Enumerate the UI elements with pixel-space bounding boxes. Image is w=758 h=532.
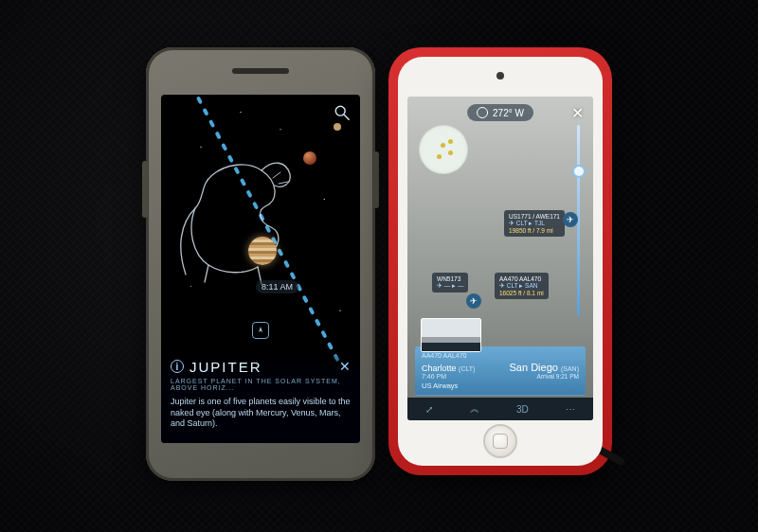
flight-callsign: WN5173 <box>437 275 463 282</box>
radar-blip <box>448 151 453 155</box>
compass-heading[interactable]: 272° W <box>467 104 533 121</box>
arrival-time: 9:21 PM <box>556 373 579 380</box>
close-icon[interactable]: ✕ <box>339 359 351 374</box>
planet-jupiter[interactable] <box>248 237 277 265</box>
airplane-icon[interactable]: ✈ <box>563 212 578 227</box>
flight-tag[interactable]: US1771 / AWE171 ✈ CLT ▸ TJL 19850 ft / 7… <box>504 210 565 237</box>
phone-left-rugged-android: 8:11 AM i JUPITER ✕ LARGEST PLANET IN TH… <box>146 47 375 481</box>
flight-callsign: AA470 AAL470 <box>499 275 544 282</box>
screen-star-chart[interactable]: 8:11 AM i JUPITER ✕ LARGEST PLANET IN TH… <box>161 95 360 443</box>
airplane-icon[interactable]: ✈ <box>466 293 481 309</box>
planet-mars[interactable] <box>303 151 316 165</box>
compass-icon <box>477 107 488 118</box>
info-icon[interactable]: i <box>171 360 184 373</box>
origin-city: Charlotte <box>422 364 457 373</box>
radar-blip <box>441 143 445 148</box>
flight-distance: 19850 ft / 7.9 mi <box>509 227 560 234</box>
planet-venus[interactable] <box>334 123 341 131</box>
info-body: Jupiter is one of five planets easily vi… <box>171 397 351 430</box>
origin-code: (CLT) <box>459 365 475 372</box>
phone-pair: 8:11 AM i JUPITER ✕ LARGEST PLANET IN TH… <box>146 47 612 481</box>
radar-minimap[interactable] <box>419 125 468 174</box>
altitude-slider-handle[interactable] <box>572 165 586 178</box>
home-button[interactable] <box>483 424 517 458</box>
front-camera <box>496 72 504 80</box>
compass-icon[interactable] <box>252 322 269 339</box>
arrival-label: Arrival <box>537 373 554 380</box>
departure-time: 7:46 PM <box>422 373 475 380</box>
flight-route: ✈ CLT ▸ TJL <box>509 220 560 226</box>
constellation-leo-illustration <box>167 133 309 293</box>
chevron-up-icon[interactable]: ︽ <box>470 402 479 416</box>
earpiece <box>232 68 289 74</box>
flight-tag[interactable]: AA470 AAL470 ✈ CLT ▸ SAN 16025 ft / 8.1 … <box>495 273 549 299</box>
more-icon[interactable]: ⋯ <box>566 404 575 415</box>
airline-name: US Airways <box>422 381 579 390</box>
svg-line-1 <box>344 115 349 119</box>
close-icon[interactable]: ✕ <box>571 104 584 122</box>
radar-blip <box>448 139 453 144</box>
expand-icon[interactable]: ⤢ <box>425 404 433 415</box>
flight-route: ✈ — ▸ — <box>437 282 463 289</box>
info-subtitle: LARGEST PLANET IN THE SOLAR SYSTEM, ABOV… <box>171 378 351 391</box>
screen-flight-ar[interactable]: 272° W ✕ US1771 / AWE171 ✈ CLT ▸ TJL 198… <box>407 97 593 420</box>
selected-flight-card[interactable]: AA470 AAL470 Charlotte (CLT) 7:46 PM <box>415 346 586 396</box>
phone-right-red-iphone: 272° W ✕ US1771 / AWE171 ✈ CLT ▸ TJL 198… <box>388 47 612 475</box>
radar-blip <box>437 154 442 159</box>
3d-toggle-button[interactable]: 3D <box>516 404 529 415</box>
search-icon[interactable] <box>334 104 351 121</box>
flight-callsign: US1771 / AWE171 <box>509 213 560 220</box>
time-label: 8:11 AM <box>256 280 298 293</box>
flight-tag[interactable]: WN5173 ✈ — ▸ — <box>432 273 468 293</box>
info-title[interactable]: JUPITER <box>190 359 262 375</box>
heading-value: 272° W <box>493 108 524 118</box>
bottom-toolbar: ⤢ ︽ 3D ⋯ <box>407 398 593 420</box>
aircraft-thumbnail <box>421 318 481 352</box>
flight-route: ✈ CLT ▸ SAN <box>499 282 544 289</box>
svg-point-0 <box>335 106 345 115</box>
flight-distance: 16025 ft / 8.1 mi <box>499 290 544 296</box>
svg-marker-2 <box>259 327 262 332</box>
dest-code: (SAN) <box>561 365 579 372</box>
flight-number: AA470 AAL470 <box>422 352 467 359</box>
object-info-card: i JUPITER ✕ LARGEST PLANET IN THE SOLAR … <box>161 349 360 443</box>
dest-city: San Diego <box>510 362 558 373</box>
phone-right-faceplate: 272° W ✕ US1771 / AWE171 ✈ CLT ▸ TJL 198… <box>398 57 603 466</box>
